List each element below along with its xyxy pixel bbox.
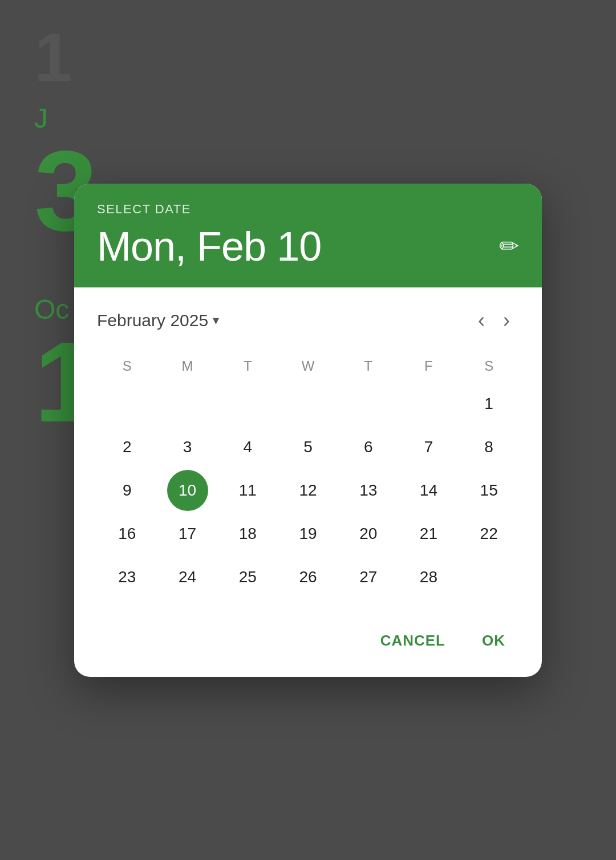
empty-cell [107, 383, 148, 424]
date-15[interactable]: 15 [468, 470, 509, 511]
month-year-dropdown[interactable]: February 2025 ▾ [97, 311, 219, 330]
date-1[interactable]: 1 [468, 383, 509, 424]
date-19[interactable]: 19 [287, 513, 329, 554]
edit-icon[interactable]: ✏ [499, 232, 519, 260]
date-26[interactable]: 26 [287, 557, 329, 598]
days-of-week-row: S M T W T F S [97, 354, 519, 379]
date-21[interactable]: 21 [408, 513, 449, 554]
date-picker-dialog: SELECT DATE Mon, Feb 10 ✏ February 2025 … [74, 184, 542, 677]
date-20[interactable]: 20 [348, 513, 389, 554]
date-17[interactable]: 17 [167, 513, 208, 554]
next-month-button[interactable]: › [494, 306, 519, 335]
date-11[interactable]: 11 [227, 470, 268, 511]
selected-date-row: Mon, Feb 10 ✏ [97, 226, 519, 267]
selected-date-text: Mon, Feb 10 [97, 226, 321, 267]
date-23[interactable]: 23 [107, 557, 148, 598]
dialog-footer: CANCEL OK [74, 611, 542, 677]
dialog-header: SELECT DATE Mon, Feb 10 ✏ [74, 184, 542, 287]
date-22[interactable]: 22 [468, 513, 509, 554]
date-7[interactable]: 7 [408, 427, 449, 468]
date-24[interactable]: 24 [167, 557, 208, 598]
select-date-label: SELECT DATE [97, 202, 519, 217]
date-8[interactable]: 8 [468, 427, 509, 468]
date-9[interactable]: 9 [107, 470, 148, 511]
cancel-button[interactable]: CANCEL [367, 625, 459, 656]
dropdown-arrow-icon: ▾ [213, 313, 219, 328]
dow-saturday: S [459, 354, 519, 379]
date-3[interactable]: 3 [167, 427, 208, 468]
empty-cell [227, 383, 268, 424]
empty-cell [167, 383, 208, 424]
dow-sunday: S [97, 354, 157, 379]
dow-friday: F [399, 354, 459, 379]
bg-number: 1 [34, 23, 582, 91]
bg-month1: J [34, 103, 582, 134]
date-25[interactable]: 25 [227, 557, 268, 598]
month-nav: February 2025 ▾ ‹ › [97, 306, 519, 335]
empty-cell [408, 383, 449, 424]
dow-wednesday: W [278, 354, 338, 379]
date-14[interactable]: 14 [408, 470, 449, 511]
date-6[interactable]: 6 [348, 427, 389, 468]
ok-button[interactable]: OK [468, 625, 519, 656]
empty-cell [468, 557, 509, 598]
date-4[interactable]: 4 [227, 427, 268, 468]
date-27[interactable]: 27 [348, 557, 389, 598]
calendar-body: February 2025 ▾ ‹ › S M T W T F S [74, 287, 542, 611]
prev-month-button[interactable]: ‹ [469, 306, 494, 335]
dow-monday: M [157, 354, 218, 379]
date-10-selected[interactable]: 10 [167, 470, 208, 511]
empty-cell [348, 383, 389, 424]
dow-thursday: T [338, 354, 399, 379]
date-12[interactable]: 12 [287, 470, 329, 511]
date-13[interactable]: 13 [348, 470, 389, 511]
month-year-label: February 2025 [97, 311, 208, 330]
next-icon: › [503, 309, 510, 332]
date-5[interactable]: 5 [287, 427, 329, 468]
date-grid: 1 2 3 4 5 6 7 8 9 10 11 12 13 14 15 16 1… [97, 383, 519, 598]
date-16[interactable]: 16 [107, 513, 148, 554]
prev-icon: ‹ [478, 309, 485, 332]
date-28[interactable]: 28 [408, 557, 449, 598]
dow-tuesday: T [217, 354, 278, 379]
date-2[interactable]: 2 [107, 427, 148, 468]
date-18[interactable]: 18 [227, 513, 268, 554]
empty-cell [287, 383, 329, 424]
